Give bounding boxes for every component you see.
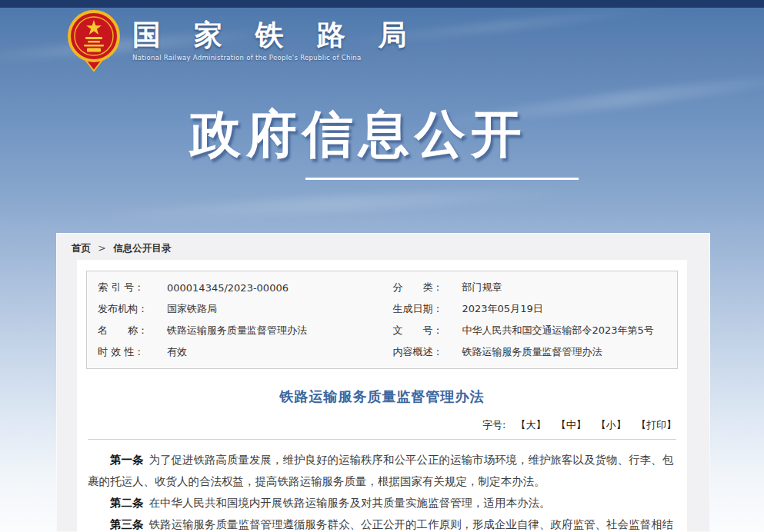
meta-label: 发布机构： <box>98 302 167 316</box>
top-navy-strip <box>0 0 764 8</box>
meta-cell-document-number: 文 号： 中华人民共和国交通运输部令2023年第5号 <box>382 324 678 337</box>
article-clause-text: 为了促进铁路高质量发展，维护良好的运输秩序和公平公正的运输市场环境，维护旅客以及… <box>88 454 673 487</box>
print-button[interactable]: 【打印】 <box>636 419 676 431</box>
meta-cell-category: 分 类： 部门规章 <box>382 281 678 294</box>
meta-label: 时 效 性： <box>98 345 167 359</box>
meta-cell-issuing-agency: 发布机构： 国家铁路局 <box>87 302 382 316</box>
meta-label: 内容概述： <box>393 345 462 359</box>
meta-label: 文 号： <box>393 324 462 337</box>
article-paragraph: 第一条为了促进铁路高质量发展，维护良好的运输秩序和公平公正的运输市场环境，维护旅… <box>88 449 676 492</box>
cloud-streak <box>92 183 585 224</box>
meta-label: 生成日期： <box>393 302 462 316</box>
article-clause-term: 第二条 <box>110 497 144 509</box>
font-size-label: 字号: <box>482 419 505 431</box>
org-name-block: 国 家 铁 路 局 National Railway Administratio… <box>132 9 419 62</box>
breadcrumb-home-link[interactable]: 首页 <box>72 242 91 254</box>
site-header-home-link[interactable]: 国 家 铁 路 局 National Railway Administratio… <box>66 9 419 72</box>
font-size-toolbar: 字号: 【大】 【中】 【小】 【打印】 <box>77 418 676 432</box>
meta-value: 中华人民共和国交通运输部令2023年第5号 <box>462 324 654 337</box>
meta-row: 索 引 号： 000014345/2023-00006 分 类： 部门规章 <box>87 277 677 298</box>
font-size-medium-button[interactable]: 【中】 <box>556 419 586 431</box>
meta-value: 铁路运输服务质量监督管理办法 <box>167 324 307 337</box>
meta-row: 名 称： 铁路运输服务质量监督管理办法 文 号： 中华人民共和国交通运输部令20… <box>87 320 677 341</box>
article-clause-term: 第三条 <box>110 518 144 530</box>
meta-row: 时 效 性： 有效 内容概述： 铁路运输服务质量监督管理办法 <box>87 341 677 363</box>
article-clause-term: 第一条 <box>110 454 144 466</box>
meta-cell-summary: 内容概述： 铁路运输服务质量监督管理办法 <box>382 345 678 359</box>
meta-value: 国家铁路局 <box>167 302 217 316</box>
document-sheet: 索 引 号： 000014345/2023-00006 分 类： 部门规章 发布… <box>77 260 687 532</box>
breadcrumb-separator: > <box>98 242 105 254</box>
meta-label: 索 引 号： <box>98 281 167 294</box>
breadcrumb-current-link[interactable]: 信息公开目录 <box>113 242 171 254</box>
article-body: 第一条为了促进铁路高质量发展，维护良好的运输秩序和公平公正的运输市场环境，维护旅… <box>88 449 676 532</box>
font-size-small-button[interactable]: 【小】 <box>596 419 626 431</box>
meta-cell-date: 生成日期： 2023年05月19日 <box>382 302 678 316</box>
meta-cell-validity: 时 效 性： 有效 <box>87 345 382 359</box>
page: 国 家 铁 路 局 National Railway Administratio… <box>0 0 764 532</box>
banner-title: 政府信息公开 <box>190 100 527 169</box>
meta-label: 分 类： <box>393 281 462 294</box>
meta-value: 铁路运输服务质量监督管理办法 <box>462 345 602 359</box>
content-divider <box>88 439 676 440</box>
meta-table: 索 引 号： 000014345/2023-00006 分 类： 部门规章 发布… <box>86 271 678 369</box>
meta-cell-title: 名 称： 铁路运输服务质量监督管理办法 <box>87 324 382 337</box>
meta-label: 名 称： <box>98 324 167 337</box>
article-clause-text: 在中华人民共和国境内开展铁路运输服务及对其质量实施监督管理，适用本办法。 <box>149 497 551 509</box>
article-paragraph: 第三条铁路运输服务质量监督管理遵循服务群众、公正公开的工作原则，形成企业自律、政… <box>88 514 676 532</box>
font-size-large-button[interactable]: 【大】 <box>516 419 546 431</box>
article-clause-text: 铁路运输服务质量监督管理遵循服务群众、公正公开的工作原则，形成企业自律、政府监管… <box>88 518 673 532</box>
org-name-en: National Railway Administration of the P… <box>132 54 419 62</box>
meta-cell-index-number: 索 引 号： 000014345/2023-00006 <box>87 281 382 294</box>
meta-value: 2023年05月19日 <box>462 302 543 316</box>
banner-underline <box>305 178 579 180</box>
article-paragraph: 第二条在中华人民共和国境内开展铁路运输服务及对其质量实施监督管理，适用本办法。 <box>88 492 676 514</box>
meta-value: 有效 <box>167 345 187 359</box>
content-panel: 首页 > 信息公开目录 索 引 号： 000014345/2023-00006 … <box>56 233 710 532</box>
china-national-emblem-icon <box>66 9 122 72</box>
document-title: 铁路运输服务质量监督管理办法 <box>77 387 687 406</box>
meta-value: 部门规章 <box>462 281 502 294</box>
meta-row: 发布机构： 国家铁路局 生成日期： 2023年05月19日 <box>87 298 677 320</box>
org-name-zh: 国 家 铁 路 局 <box>132 20 419 52</box>
breadcrumb: 首页 > 信息公开目录 <box>56 233 710 255</box>
meta-value: 000014345/2023-00006 <box>167 282 289 294</box>
